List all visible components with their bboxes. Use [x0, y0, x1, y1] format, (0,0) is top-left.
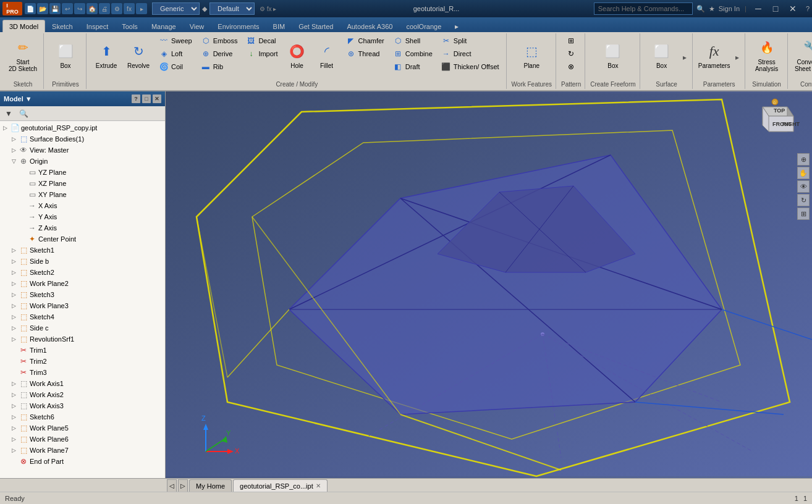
- search-icon[interactable]: 🔍: [696, 5, 705, 13]
- fx-btn[interactable]: fx: [124, 3, 135, 14]
- panel-close-btn[interactable]: ✕: [153, 94, 161, 103]
- viewport[interactable]: Z X Y TOP: [166, 91, 812, 478]
- tree-expand-work_plane5[interactable]: ▷: [9, 423, 19, 433]
- tree-expand-work_axis1[interactable]: ▷: [9, 379, 19, 388]
- loft-btn[interactable]: ◈ Loft: [156, 48, 195, 60]
- tree-expand-sketch2[interactable]: ▷: [9, 267, 19, 277]
- convert-sheet-metal-btn[interactable]: 🔧 Convert toSheet Metal: [793, 35, 812, 75]
- tree-item-sketch2[interactable]: ▷⬚Sketch2: [0, 267, 165, 278]
- file-tab-close[interactable]: ✕: [316, 482, 321, 489]
- split-btn[interactable]: ✂ Split: [438, 35, 502, 47]
- tree-expand-work_axis2[interactable]: ▷: [9, 390, 19, 400]
- home-btn[interactable]: 🏠: [87, 3, 98, 14]
- tree-expand-root[interactable]: ▷: [0, 123, 10, 133]
- tree-item-trim2[interactable]: ✂Trim2: [0, 356, 165, 367]
- rib-btn[interactable]: ▬ Rib: [198, 61, 241, 73]
- search-input[interactable]: [594, 2, 693, 15]
- pan-btn[interactable]: ✋: [797, 167, 810, 179]
- pattern-btn2[interactable]: ↻: [563, 48, 579, 60]
- extrude-btn[interactable]: ⬆ Extrude: [91, 35, 121, 75]
- tree-item-side_c[interactable]: ▷⬚Side c: [0, 322, 165, 334]
- nav-cube[interactable]: TOP FRONT RIGHT ⌂: [750, 98, 800, 147]
- minimize-btn[interactable]: ─: [751, 2, 765, 15]
- undo-btn[interactable]: ↩: [62, 3, 73, 14]
- tree-item-work_plane5[interactable]: ▷⬚Work Plane5: [0, 422, 165, 434]
- direct-btn[interactable]: → Direct: [438, 48, 502, 60]
- print-btn[interactable]: 🖨: [99, 3, 110, 14]
- emboss-btn[interactable]: ⬡ Emboss: [198, 35, 241, 47]
- default-dropdown[interactable]: Default: [209, 2, 255, 15]
- tab-environments[interactable]: Environments: [211, 20, 266, 32]
- box-btn[interactable]: ⬜ Box: [49, 35, 82, 75]
- derive-btn[interactable]: ⊕ Derive: [198, 48, 241, 60]
- tab-nav-left[interactable]: ◁: [167, 479, 177, 492]
- tree-expand-sketch4[interactable]: ▷: [9, 312, 19, 322]
- surface-overflow[interactable]: ▸: [681, 35, 688, 80]
- more-btn[interactable]: ▸: [136, 3, 147, 14]
- tree-item-view_master[interactable]: ▷👁View: Master: [0, 145, 165, 156]
- draft-btn[interactable]: ◧ Draft: [390, 61, 436, 73]
- tree-expand-side_b[interactable]: ▷: [9, 256, 19, 266]
- parameters-overflow[interactable]: ▸: [734, 35, 741, 80]
- freeform-box-btn[interactable]: ⬜ Box: [596, 35, 630, 75]
- parameters-btn[interactable]: fx Parameters: [698, 35, 731, 75]
- zoom-fit-btn[interactable]: ⊕: [797, 153, 810, 166]
- sweep-btn[interactable]: 〰 Sweep: [156, 35, 195, 47]
- import-btn[interactable]: ↓ Import: [243, 48, 281, 60]
- pattern-btn1[interactable]: ⊞: [563, 35, 579, 47]
- tree-expand-sketch1[interactable]: ▷: [9, 245, 19, 255]
- chamfer-btn[interactable]: ◤ Chamfer: [343, 35, 387, 47]
- tree-item-xz_plane[interactable]: ▭XZ Plane: [0, 178, 165, 189]
- tree-item-origin[interactable]: ▽⊕Origin: [0, 156, 165, 167]
- tree-item-center_point[interactable]: ✦Center Point: [0, 233, 165, 245]
- tree-item-yz_plane[interactable]: ▭YZ Plane: [0, 167, 165, 178]
- tree-item-revolution_srf1[interactable]: ▷⬚RevolutionSrf1: [0, 334, 165, 345]
- redo-btn[interactable]: ↪: [74, 3, 85, 14]
- tab-manage[interactable]: Manage: [145, 20, 183, 32]
- shell-btn[interactable]: ⬡ Shell: [390, 35, 436, 47]
- tree-item-work_plane2[interactable]: ▷⬚Work Plane2: [0, 278, 165, 289]
- panel-help-btn[interactable]: ?: [132, 94, 140, 103]
- tree-item-xy_plane[interactable]: ▭XY Plane: [0, 189, 165, 200]
- close-btn[interactable]: ✕: [786, 2, 800, 15]
- pattern-btn3[interactable]: ⊗: [563, 61, 579, 73]
- tree-expand-work_plane3[interactable]: ▷: [9, 301, 19, 311]
- save-btn[interactable]: 💾: [49, 3, 61, 14]
- fillet-btn[interactable]: ◜ Fillet: [313, 35, 340, 75]
- tree-item-work_axis3[interactable]: ▷⬚Work Axis3: [0, 400, 165, 411]
- tree-item-work_plane7[interactable]: ▷⬚Work Plane7: [0, 445, 165, 456]
- tree-expand-view_master[interactable]: ▷: [9, 145, 19, 155]
- tree-item-root[interactable]: ▷📄geotutorial_RSP_copy.ipt: [0, 122, 165, 133]
- tree-expand-side_c[interactable]: ▷: [9, 323, 19, 333]
- tab-tools[interactable]: Tools: [115, 20, 145, 32]
- bottom-tab-file[interactable]: geotutorial_RSP_co...ipt ✕: [233, 479, 328, 492]
- tree-item-surface_bodies[interactable]: ▷⬚Surface Bodies(1): [0, 133, 165, 145]
- decal-btn[interactable]: 🖼 Decal: [243, 35, 281, 47]
- tree-item-x_axis[interactable]: →X Axis: [0, 200, 165, 211]
- tree-expand-sketch6[interactable]: ▷: [9, 412, 19, 422]
- restore-btn[interactable]: □: [769, 2, 782, 15]
- tree-item-sketch1[interactable]: ▷⬚Sketch1: [0, 245, 165, 256]
- look-btn[interactable]: 👁: [797, 180, 810, 193]
- zoom-btn[interactable]: ⊞: [797, 208, 810, 220]
- tree-item-sketch3[interactable]: ▷⬚Sketch3: [0, 289, 165, 300]
- tree-item-work_axis1[interactable]: ▷⬚Work Axis1: [0, 378, 165, 389]
- tree-expand-revolution_srf1[interactable]: ▷: [9, 334, 19, 344]
- start-2d-sketch-btn[interactable]: ✏ Start2D Sketch: [6, 35, 40, 75]
- tab-a360[interactable]: Autodesk A360: [340, 20, 399, 32]
- filter-btn[interactable]: ▼: [2, 107, 15, 120]
- tab-nav-right[interactable]: ▷: [178, 479, 188, 492]
- revolve-btn[interactable]: ↻ Revolve: [124, 35, 153, 75]
- tree-expand-surface_bodies[interactable]: ▷: [9, 134, 19, 144]
- plane-btn[interactable]: ⬚ Plane: [515, 35, 548, 75]
- tree-item-sketch4[interactable]: ▷⬚Sketch4: [0, 311, 165, 322]
- orbit-btn[interactable]: ↻: [797, 194, 810, 206]
- tab-get-started[interactable]: Get Started: [292, 20, 340, 32]
- thicken-btn[interactable]: ⬛ Thicken/ Offset: [438, 61, 502, 73]
- thread-btn[interactable]: ⊛ Thread: [343, 48, 387, 60]
- tree-expand-work_plane7[interactable]: ▷: [9, 445, 19, 455]
- generic-dropdown[interactable]: Generic: [152, 2, 200, 15]
- tree-expand-work_plane2[interactable]: ▷: [9, 279, 19, 288]
- panel-restore-btn[interactable]: □: [142, 94, 151, 103]
- tab-view[interactable]: View: [183, 20, 211, 32]
